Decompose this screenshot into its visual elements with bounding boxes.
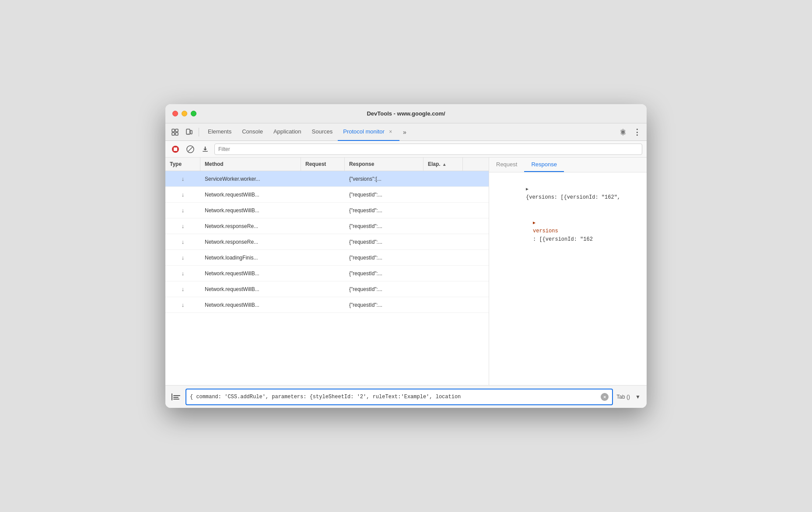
row-elapsed-8: [424, 302, 463, 308]
row-request-3: [301, 224, 345, 229]
right-panel: Request Response ▶ {versions: [{versionI…: [489, 158, 647, 385]
row-elapsed-4: [424, 239, 463, 245]
row-method-1: Network.requestWillB...: [200, 189, 301, 200]
devtools-window: DevTools - www.google.com/ Elements: [165, 104, 647, 408]
table-row[interactable]: ↓ Network.requestWillB... {"requestId":.…: [165, 203, 489, 218]
clear-button[interactable]: [185, 144, 196, 155]
inspect-element-icon[interactable]: [169, 126, 181, 138]
tab-response[interactable]: Response: [524, 158, 564, 172]
header-request[interactable]: Request: [301, 158, 345, 171]
row-type-3: ↓: [165, 220, 200, 232]
filter-input[interactable]: [218, 146, 638, 152]
row-elapsed-6: [424, 271, 463, 276]
row-type-1: ↓: [165, 189, 200, 200]
close-button[interactable]: [172, 111, 178, 116]
panel-response-content: ▶ {versions: [{versionId: "162", ▶ versi…: [489, 172, 647, 385]
row-response-2: {"requestId":...: [345, 205, 424, 216]
row-response-6: {"requestId":...: [345, 268, 424, 279]
row-method-0: ServiceWorker.worker...: [200, 173, 301, 185]
panel-tabs: Request Response: [489, 158, 647, 172]
json-line-0: ▶ {versions: [{versionId: "162",: [494, 177, 641, 210]
row-request-7: [301, 287, 345, 292]
row-response-1: {"requestId":...: [345, 189, 424, 200]
tab-elements[interactable]: Elements: [203, 123, 237, 141]
table-row[interactable]: ↓ Network.requestWillB... {"requestId":.…: [165, 266, 489, 281]
sort-icon: ▲: [442, 162, 447, 167]
toolbar-right: ⋮: [617, 126, 643, 138]
tab-hint: Tab (): [616, 394, 630, 400]
main-content: Type Method Request Response Elap. ▲: [165, 158, 647, 385]
row-method-6: Network.requestWillB...: [200, 268, 301, 279]
devtools-toolbar: Elements Console Application Sources Pro…: [165, 123, 647, 141]
svg-rect-3: [175, 133, 178, 135]
table-row[interactable]: ↓ Network.requestWillB... {"requestId":.…: [165, 281, 489, 297]
table-row[interactable]: ↓ Network.loadingFinis... {"requestId":.…: [165, 250, 489, 266]
row-request-8: [301, 302, 345, 308]
row-elapsed-1: [424, 192, 463, 197]
command-clear-button[interactable]: ×: [601, 393, 609, 401]
more-tabs-button[interactable]: »: [399, 123, 410, 141]
table-header: Type Method Request Response Elap. ▲: [165, 158, 489, 171]
more-options-icon[interactable]: ⋮: [631, 126, 643, 138]
console-toggle-button[interactable]: [170, 391, 182, 403]
table-body[interactable]: ↓ ServiceWorker.worker... {"versions":[.…: [165, 171, 489, 385]
chevron-down-button[interactable]: ▼: [634, 393, 642, 401]
tab-request[interactable]: Request: [489, 158, 524, 172]
download-button[interactable]: [200, 144, 211, 155]
table-row[interactable]: ↓ Network.responseRe... {"requestId":...: [165, 234, 489, 250]
row-request-4: [301, 239, 345, 245]
row-response-5: {"requestId":...: [345, 252, 424, 263]
row-response-7: {"requestId":...: [345, 284, 424, 295]
json-key-1: versions: [533, 228, 558, 234]
table-row[interactable]: ↓ Network.requestWillB... {"requestId":.…: [165, 187, 489, 203]
row-request-6: [301, 271, 345, 276]
svg-rect-12: [172, 393, 172, 400]
tab-close-protocol-monitor[interactable]: ×: [387, 128, 394, 135]
row-request-5: [301, 255, 345, 260]
bottom-bar: × Tab () ▼: [165, 385, 647, 408]
json-text-0: {versions: [{versionId: "162",: [526, 194, 620, 200]
table-row[interactable]: ↓ ServiceWorker.worker... {"versions":[.…: [165, 171, 489, 187]
svg-rect-8: [174, 147, 177, 151]
svg-rect-1: [172, 133, 175, 135]
tab-console[interactable]: Console: [237, 123, 268, 141]
row-type-4: ↓: [165, 236, 200, 248]
header-elapsed[interactable]: Elap. ▲: [424, 158, 463, 171]
svg-point-6: [188, 133, 188, 133]
table-row[interactable]: ↓ Network.requestWillB... {"requestId":.…: [165, 297, 489, 313]
traffic-lights: [172, 111, 196, 116]
window-title: DevTools - www.google.com/: [367, 110, 445, 117]
row-elapsed-3: [424, 224, 463, 229]
minimize-button[interactable]: [182, 111, 187, 116]
row-request-0: [301, 176, 345, 182]
table-row[interactable]: ↓ Network.responseRe... {"requestId":...: [165, 218, 489, 234]
row-elapsed-2: [424, 208, 463, 213]
filter-bar: [165, 141, 647, 158]
record-stop-button[interactable]: [170, 144, 181, 155]
row-type-2: ↓: [165, 204, 200, 216]
svg-rect-5: [190, 130, 192, 134]
tab-application[interactable]: Application: [268, 123, 307, 141]
row-request-2: [301, 208, 345, 213]
row-type-5: ↓: [165, 252, 200, 263]
row-type-7: ↓: [165, 283, 200, 295]
header-response[interactable]: Response: [345, 158, 424, 171]
settings-icon[interactable]: [617, 126, 629, 138]
tab-protocol-monitor[interactable]: Protocol monitor ×: [338, 123, 399, 141]
row-type-8: ↓: [165, 299, 200, 311]
title-bar: DevTools - www.google.com/: [165, 104, 647, 123]
command-input-container: ×: [186, 389, 613, 405]
row-response-8: {"requestId":...: [345, 299, 424, 311]
header-method[interactable]: Method: [200, 158, 301, 171]
row-request-1: [301, 192, 345, 197]
device-toolbar-icon[interactable]: [183, 126, 195, 138]
tab-sources[interactable]: Sources: [307, 123, 338, 141]
row-method-5: Network.loadingFinis...: [200, 252, 301, 263]
row-response-3: {"requestId":...: [345, 221, 424, 232]
toolbar-divider-1: [199, 128, 199, 137]
expand-triangle-0[interactable]: ▶: [526, 186, 528, 193]
maximize-button[interactable]: [191, 111, 196, 116]
command-input[interactable]: [190, 394, 599, 400]
json-colon-1: : [{versionId: "162: [533, 236, 593, 242]
expand-triangle-1[interactable]: ▶: [533, 220, 536, 227]
